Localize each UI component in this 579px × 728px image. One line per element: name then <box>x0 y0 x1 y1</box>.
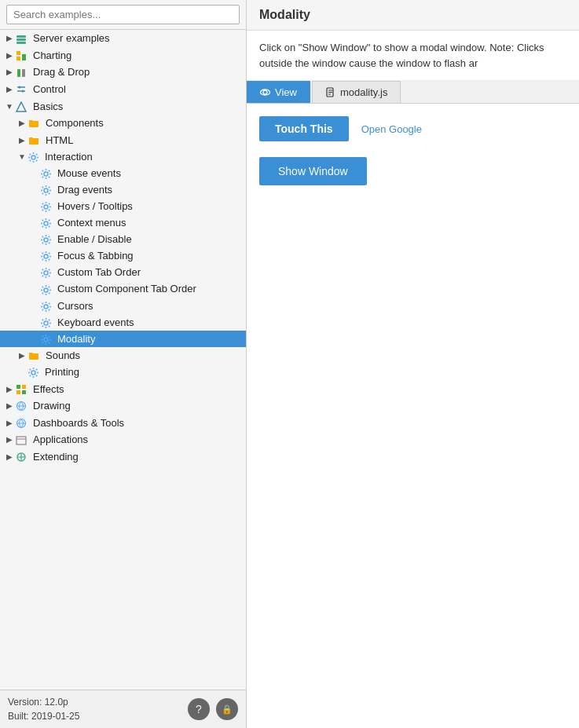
item-label-custom-component-tab-order: Custom Component Tab Order <box>57 283 196 294</box>
tree-item-extending[interactable]: ▶Extending <box>0 448 246 466</box>
svg-point-40 <box>44 205 48 209</box>
item-label-drawing: Drawing <box>33 400 71 412</box>
tree-item-keyboard-events[interactable]: Keyboard events <box>0 314 246 331</box>
tree-item-effects[interactable]: ▶Effects <box>0 380 246 397</box>
collapse-icon[interactable]: ▼ <box>16 152 28 161</box>
expand-icon[interactable]: ▶ <box>3 435 16 444</box>
svg-point-39 <box>42 193 43 195</box>
svg-point-116 <box>49 338 51 340</box>
tree-item-sounds[interactable]: ▶Sounds <box>0 347 246 364</box>
svg-point-64 <box>49 243 50 244</box>
item-icon-components <box>28 117 42 130</box>
item-icon-custom-component-tab-order <box>41 283 54 294</box>
svg-point-119 <box>49 335 50 337</box>
svg-point-126 <box>29 369 31 371</box>
left-panel: ▶Server examples▶Charting▶Drag & Drop▶Co… <box>0 0 247 728</box>
svg-point-48 <box>42 210 43 211</box>
expand-icon[interactable]: ▶ <box>3 34 16 42</box>
svg-point-74 <box>49 253 50 254</box>
tree-item-server-examples[interactable]: ▶Server examples <box>0 30 246 47</box>
svg-point-32 <box>46 185 47 187</box>
item-icon-html <box>28 134 42 146</box>
tree-item-custom-component-tab-order[interactable]: Custom Component Tab Order <box>0 280 246 297</box>
item-label-drag-events: Drag events <box>57 184 112 196</box>
svg-point-125 <box>37 372 38 374</box>
tree-item-drawing[interactable]: ▶Drawing <box>0 397 246 415</box>
svg-point-118 <box>49 342 50 343</box>
svg-point-81 <box>42 269 43 271</box>
svg-point-24 <box>46 177 47 179</box>
svg-point-9 <box>19 86 21 89</box>
item-label-drag-drop: Drag & Drop <box>33 66 90 78</box>
tree-item-drag-drop[interactable]: ▶Drag & Drop <box>0 64 246 81</box>
item-label-server-examples: Server examples <box>33 32 110 44</box>
svg-point-123 <box>33 376 35 378</box>
tree-item-html[interactable]: ▶HTML <box>0 131 246 148</box>
svg-point-115 <box>41 338 42 340</box>
svg-point-89 <box>49 289 51 291</box>
expand-icon[interactable]: ▶ <box>3 51 16 60</box>
expand-icon[interactable]: ▶ <box>3 419 16 427</box>
tab-modality-js[interactable]: modality.js <box>312 81 401 103</box>
expand-icon[interactable]: ▶ <box>3 401 16 410</box>
tree-item-interaction[interactable]: ▼Interaction <box>0 148 246 165</box>
item-icon-modality <box>41 333 54 345</box>
svg-point-106 <box>41 322 42 324</box>
tree-item-enable-disable[interactable]: Enable / Disable <box>0 231 246 247</box>
expand-icon[interactable]: ▶ <box>3 68 16 76</box>
svg-point-21 <box>29 160 31 162</box>
svg-point-23 <box>46 169 47 170</box>
svg-point-58 <box>44 238 48 242</box>
tree-item-mouse-events[interactable]: Mouse events <box>0 165 246 181</box>
svg-point-44 <box>49 207 51 208</box>
tree-item-context-menus[interactable]: Context menus <box>0 214 246 231</box>
svg-point-16 <box>28 157 30 159</box>
help-button[interactable]: ? <box>188 698 210 720</box>
expand-icon[interactable]: ▶ <box>3 385 16 393</box>
right-header: Modality <box>247 0 579 31</box>
svg-point-65 <box>49 236 50 238</box>
expand-icon[interactable]: ▶ <box>16 136 28 145</box>
touch-this-button[interactable]: Touch This <box>259 116 349 141</box>
tree-item-cursors[interactable]: Cursors <box>0 298 246 314</box>
tree-item-focus-tabbing[interactable]: Focus & Tabbing <box>0 247 246 264</box>
tree-item-components[interactable]: ▶Components <box>0 115 246 132</box>
item-icon-hovers-tooltips <box>41 200 54 212</box>
search-input[interactable] <box>6 5 240 24</box>
version-actions: ? 🔒 <box>188 698 238 720</box>
open-google-link[interactable]: Open Google <box>361 123 422 135</box>
tree-item-charting[interactable]: ▶Charting <box>0 47 246 64</box>
svg-point-34 <box>41 190 42 192</box>
svg-point-102 <box>42 309 43 310</box>
collapse-icon[interactable]: ▼ <box>3 102 16 111</box>
tree-item-drag-events[interactable]: Drag events <box>0 181 246 198</box>
expand-icon[interactable]: ▶ <box>3 452 16 461</box>
svg-point-80 <box>49 273 51 274</box>
tree-item-printing[interactable]: Printing <box>0 364 246 380</box>
svg-point-41 <box>46 202 47 203</box>
tree-item-custom-tab-order[interactable]: Custom Tab Order <box>0 264 246 280</box>
lock-button[interactable]: 🔒 <box>216 698 238 720</box>
svg-rect-6 <box>17 69 20 77</box>
tree-item-basics[interactable]: ▼Basics <box>0 97 246 115</box>
item-label-hovers-tooltips: Hovers / Tooltips <box>57 200 133 212</box>
show-window-button[interactable]: Show Window <box>259 157 367 185</box>
item-icon-context-menus <box>41 217 54 229</box>
tree-item-hovers-tooltips[interactable]: Hovers / Tooltips <box>0 198 246 214</box>
tab-label-modality-js: modality.js <box>340 86 387 98</box>
svg-point-114 <box>46 343 47 345</box>
tab-view[interactable]: View <box>247 81 310 103</box>
tree-item-modality[interactable]: Modality <box>0 331 246 347</box>
expand-icon[interactable]: ▶ <box>16 351 28 360</box>
svg-point-71 <box>49 256 51 258</box>
svg-rect-131 <box>22 385 26 389</box>
svg-point-90 <box>42 286 43 287</box>
svg-point-117 <box>42 335 43 337</box>
svg-point-95 <box>46 302 47 303</box>
expand-icon[interactable]: ▶ <box>16 119 28 127</box>
tree-item-control[interactable]: ▶Control <box>0 81 246 98</box>
tree-item-dashboards-tools[interactable]: ▶Dashboards & Tools <box>0 414 246 431</box>
expand-icon[interactable]: ▶ <box>3 85 16 93</box>
tree-item-applications[interactable]: ▶Applications <box>0 431 246 448</box>
item-icon-focus-tabbing <box>41 250 54 262</box>
